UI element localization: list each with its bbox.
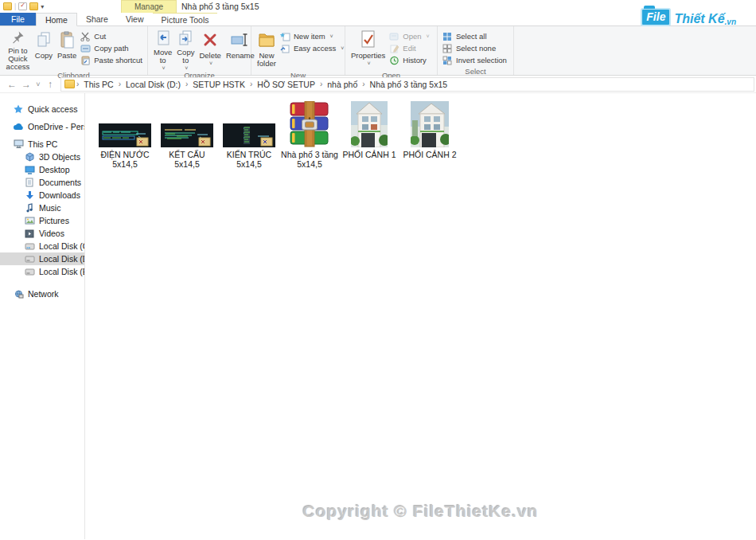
- sidebar-item-documents[interactable]: Documents: [0, 176, 84, 189]
- move-to-button[interactable]: Move to: [151, 29, 174, 70]
- file-item-rar-archive[interactable]: Nhà phố 3 tầng 5x14,5: [281, 101, 338, 169]
- tab-home[interactable]: Home: [36, 13, 77, 26]
- watermark-text: Copyright © FileThietKe.vn: [85, 502, 756, 521]
- contextual-tab-header[interactable]: Manage: [121, 0, 177, 13]
- select-all-icon: [442, 32, 453, 41]
- paste-shortcut-icon: [80, 56, 91, 65]
- qat-new-folder-icon[interactable]: [29, 2, 38, 10]
- breadcrumb-local-disk-d[interactable]: Local Disk (D:): [121, 80, 185, 89]
- delete-button[interactable]: Delete: [197, 29, 223, 70]
- sidebar-item-desktop[interactable]: Desktop: [0, 163, 84, 176]
- qat-customize-chevron-icon[interactable]: ▾: [41, 3, 44, 10]
- delete-icon: [202, 29, 218, 50]
- star-icon: [13, 104, 24, 115]
- cut-button[interactable]: Cut: [79, 30, 144, 42]
- breadcrumb-current-folder[interactable]: Nhà phố 3 tầng 5x15: [365, 80, 453, 89]
- sidebar-item-quick-access[interactable]: Quick access: [0, 103, 84, 115]
- dwg-thumbnail: [99, 123, 151, 147]
- easy-access-icon: [280, 44, 290, 53]
- recent-locations-chevron-icon[interactable]: ˅: [33, 77, 43, 92]
- render-thumbnail: [411, 101, 449, 147]
- copy-icon: [36, 29, 52, 50]
- cut-icon: [80, 32, 91, 41]
- breadcrumb-nha-pho[interactable]: nhà phố: [322, 80, 362, 89]
- select-all-button[interactable]: Select all: [441, 30, 509, 42]
- sidebar-item-local-disk-c[interactable]: Local Disk (C:): [0, 240, 84, 252]
- render-thumbnail: [351, 101, 388, 147]
- tab-view[interactable]: View: [117, 13, 153, 25]
- breadcrumb-setup-hstk[interactable]: SETUP HSTK: [188, 80, 250, 89]
- new-folder-button[interactable]: New folder: [255, 29, 279, 70]
- music-note-icon: [24, 202, 35, 213]
- copy-button[interactable]: Copy: [33, 29, 55, 70]
- breadcrumb-this-pc[interactable]: This PC: [79, 80, 118, 89]
- up-button[interactable]: ↑: [43, 77, 57, 92]
- sidebar-item-videos[interactable]: Videos: [0, 227, 84, 240]
- history-button[interactable]: History: [388, 54, 431, 66]
- file-name: ĐIỆN NƯỚC 5x14,5: [100, 150, 149, 169]
- new-item-button[interactable]: New item: [279, 30, 345, 42]
- open-button[interactable]: Open: [388, 30, 431, 42]
- download-arrow-icon: [24, 190, 35, 201]
- copy-to-icon: [177, 29, 193, 47]
- address-bar[interactable]: This PC Local Disk (D:) SETUP HSTK HỒ SƠ…: [60, 77, 754, 92]
- winrar-icon: [289, 101, 330, 147]
- copy-to-button[interactable]: Copy to: [174, 29, 197, 70]
- tab-picture-tools[interactable]: Picture Tools: [153, 13, 218, 25]
- file-item-dien-nuoc[interactable]: ĐIỆN NƯỚC 5x14,5: [95, 101, 155, 169]
- tab-share[interactable]: Share: [77, 13, 117, 25]
- picture-icon: [24, 215, 35, 226]
- new-item-icon: [280, 32, 290, 41]
- edit-icon: [389, 44, 399, 53]
- paste-icon: [59, 29, 75, 50]
- sidebar-item-local-disk-e[interactable]: Local Disk (E:): [0, 265, 84, 278]
- tab-file[interactable]: File: [0, 13, 36, 25]
- select-none-icon: [442, 44, 453, 53]
- file-item-phoi-canh-2[interactable]: PHỐI CẢNH 2: [400, 101, 459, 159]
- sidebar-item-music[interactable]: Music: [0, 202, 84, 214]
- computer-icon: [13, 139, 24, 150]
- file-name: PHỐI CẢNH 1: [342, 150, 396, 159]
- select-none-button[interactable]: Select none: [441, 42, 509, 54]
- invert-selection-button[interactable]: Invert selection: [441, 54, 509, 66]
- move-to-icon: [155, 29, 171, 47]
- file-item-ket-cau[interactable]: KẾT CẤU 5x14,5: [157, 101, 217, 169]
- address-folder-icon[interactable]: [64, 80, 75, 88]
- sidebar-item-downloads[interactable]: Downloads: [0, 189, 84, 202]
- ribbon-group-organize: Move to Copy to Delete: [148, 26, 251, 75]
- drive-icon: [24, 266, 35, 277]
- sidebar-item-pictures[interactable]: Pictures: [0, 214, 84, 227]
- cloud-icon: [13, 121, 24, 132]
- paste-shortcut-button[interactable]: Paste shortcut: [79, 54, 144, 66]
- sidebar-item-this-pc[interactable]: This PC: [0, 138, 84, 151]
- pin-to-quick-access-button[interactable]: Pin to Quick access: [3, 29, 33, 70]
- file-name: PHỐI CẢNH 2: [403, 150, 456, 159]
- paste-button[interactable]: Paste: [55, 29, 79, 70]
- ribbon-group-open: Properties Open Edit: [345, 26, 438, 75]
- copy-path-button[interactable]: Copy path: [79, 42, 144, 54]
- desktop-icon: [24, 164, 35, 175]
- rename-icon: [231, 29, 250, 50]
- sidebar-item-3d-objects[interactable]: 3D Objects: [0, 151, 84, 163]
- breadcrumb-ho-so-setup[interactable]: HỒ SƠ SETUP: [252, 80, 320, 89]
- document-icon: [24, 177, 35, 188]
- easy-access-button[interactable]: Easy access: [279, 42, 345, 54]
- system-drive-icon: [24, 241, 35, 252]
- forward-button[interactable]: →: [19, 77, 33, 92]
- qat-folder-icon[interactable]: [3, 2, 12, 10]
- edit-button[interactable]: Edit: [388, 42, 431, 54]
- back-button[interactable]: ←: [5, 77, 19, 92]
- navigation-pane: Quick access OneDrive - Personal This PC: [0, 93, 85, 539]
- qat-properties-icon[interactable]: [18, 2, 27, 10]
- file-name: KẾT CẤU 5x14,5: [157, 150, 217, 169]
- sidebar-item-onedrive[interactable]: OneDrive - Personal: [0, 120, 84, 133]
- filethietke-logo: File Thiết Kế .vn: [641, 8, 736, 26]
- properties-button[interactable]: Properties: [349, 29, 388, 70]
- sidebar-item-local-disk-d[interactable]: Local Disk (D:): [0, 252, 84, 265]
- file-item-phoi-canh-1[interactable]: PHỐI CẢNH 1: [340, 101, 399, 159]
- video-icon: [24, 228, 35, 239]
- file-row: ĐIỆN NƯỚC 5x14,5: [95, 101, 756, 169]
- file-item-kien-truc[interactable]: KIẾN TRÚC 5x14,5: [219, 101, 279, 169]
- sidebar-item-network[interactable]: Network: [0, 288, 84, 300]
- open-icon: [389, 32, 399, 41]
